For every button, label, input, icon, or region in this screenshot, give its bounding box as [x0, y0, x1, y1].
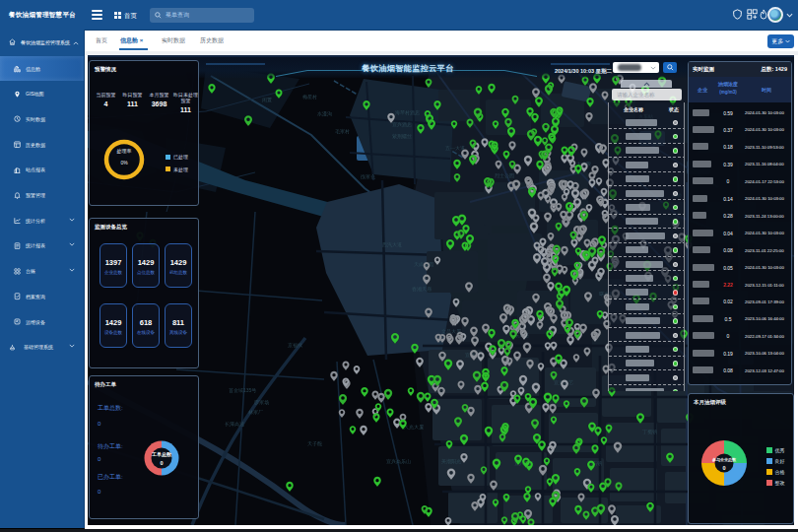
- svg-text:海琴村酒店: 海琴村酒店: [395, 109, 420, 116]
- svg-text:长潭高速: 长潭高速: [225, 421, 244, 428]
- svg-text:紫荆螺丝: 紫荆螺丝: [392, 133, 412, 139]
- svg-text:西汽大道: 西汽大道: [382, 241, 402, 248]
- svg-text:丁蜀镇: 丁蜀镇: [642, 429, 657, 434]
- svg-text:烈士公园: 烈士公园: [495, 172, 514, 179]
- svg-text:美潮阳光: 美潮阳光: [441, 458, 461, 465]
- svg-text:京福线: 京福线: [288, 342, 302, 349]
- svg-text:天子舵: 天子舵: [307, 440, 322, 447]
- svg-text:徐家仓: 徐家仓: [360, 173, 375, 180]
- svg-text:毛家村: 毛家村: [335, 128, 350, 135]
- svg-text:廖家场: 廖家场: [254, 399, 269, 406]
- svg-text:梅星村: 梅星村: [302, 94, 317, 100]
- svg-text:宜兴酒店: 宜兴酒店: [392, 121, 412, 128]
- svg-text:宜兴高乐山: 宜兴高乐山: [386, 458, 411, 464]
- svg-text:水漫沟: 水漫沟: [317, 110, 332, 117]
- svg-text:久光大厦: 久光大厦: [404, 424, 424, 431]
- svg-text:春湘天庙: 春湘天庙: [412, 286, 432, 293]
- svg-text:五一大道: 五一大道: [445, 145, 465, 151]
- svg-text:林家厂: 林家厂: [247, 409, 263, 415]
- svg-text:首金域135号: 首金域135号: [229, 387, 256, 393]
- svg-text:闲置: 闲置: [262, 97, 272, 103]
